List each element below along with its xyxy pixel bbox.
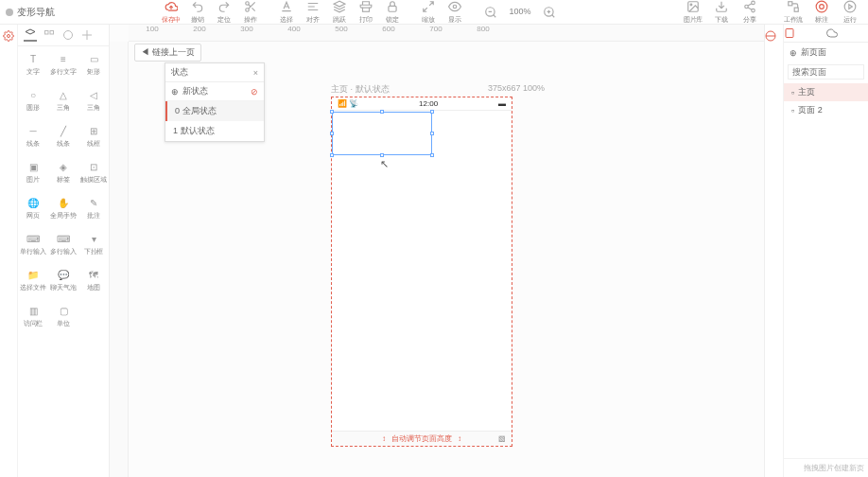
workflow-button[interactable]: 工作流 (781, 0, 806, 25)
component-批注[interactable]: ✎批注 (78, 190, 109, 226)
component-触摸区域[interactable]: ⊡触摸区域 (78, 154, 109, 190)
app-title: 变形导航 (6, 6, 55, 19)
component-地图[interactable]: 🗺地图 (78, 262, 109, 298)
action-button[interactable]: 操作 (238, 0, 263, 25)
component-网页[interactable]: 🌐网页 (18, 190, 48, 226)
svg-point-14 (816, 1, 827, 12)
tab-pages[interactable] (784, 25, 826, 42)
breadcrumb-link[interactable]: ◀ 链接上一页 (134, 44, 201, 62)
component-三角[interactable]: △三角 (48, 82, 78, 118)
component-icon: ◁ (86, 89, 101, 102)
run-button[interactable]: 运行 (838, 0, 862, 25)
component-label: 下拉框 (84, 246, 103, 255)
component-文字[interactable]: T文字 (18, 46, 48, 82)
component-标签[interactable]: ◈标签 (48, 154, 78, 190)
image-lib-button[interactable]: 图片库 (681, 0, 705, 25)
component-icon: ◈ (56, 161, 71, 174)
component-label: 聊天气泡 (50, 282, 76, 291)
status-row[interactable]: 1 默认状态 (165, 121, 264, 141)
redo-button[interactable]: 定位 (212, 0, 236, 25)
component-icon: ⊞ (86, 125, 101, 138)
workflow-icon (787, 0, 800, 13)
component-线条[interactable]: ╱线条 (48, 118, 78, 154)
app-title-text: 变形导航 (17, 6, 55, 19)
component-label: 矩形 (87, 66, 100, 75)
download-button[interactable]: 下载 (709, 0, 734, 25)
component-label: 标签 (57, 174, 70, 183)
component-选择文件[interactable]: 📁选择文件 (18, 262, 48, 298)
phone-statusbar: 📶 📡 12:00 ▬ (332, 97, 512, 111)
page-item[interactable]: ▫页面 2 (784, 101, 868, 119)
component-单位[interactable]: ▢单位 (48, 298, 78, 334)
component-icon: ⌨ (56, 233, 71, 246)
component-label: 文字 (26, 66, 40, 75)
undo-button[interactable]: 撤销 (185, 0, 210, 25)
undo-icon (191, 0, 204, 13)
component-三角[interactable]: ◁三角 (78, 82, 109, 118)
annotate-button[interactable]: 标注 (809, 0, 834, 25)
component-icon: T (26, 53, 41, 66)
svg-point-10 (745, 5, 749, 9)
status-panel-title: 状态 (171, 66, 188, 79)
component-icon: △ (56, 89, 71, 102)
svg-rect-2 (363, 8, 370, 11)
image-icon (686, 0, 700, 13)
new-page-button[interactable]: ⊕新页面 (784, 43, 868, 62)
svg-point-15 (820, 4, 825, 9)
artboard-footer[interactable]: ↕ 自动调节页面高度 ↕ ▧ (332, 431, 512, 446)
link-icon[interactable] (765, 30, 783, 42)
status-row[interactable]: 0 全局状态 (165, 101, 264, 121)
new-status-button[interactable]: ⊕新状态⊘ (165, 82, 264, 101)
component-全局手势[interactable]: ✋全局手势 (48, 190, 78, 226)
zoom-in-button[interactable] (537, 6, 562, 19)
tab-masters[interactable] (61, 28, 75, 42)
svg-point-4 (453, 5, 457, 9)
print-button[interactable]: 打印 (354, 0, 378, 25)
search-input[interactable] (788, 64, 864, 80)
selected-widget[interactable]: ↖ (332, 112, 432, 155)
tab-cloud[interactable] (826, 25, 869, 42)
save-button[interactable]: 保存中 (159, 0, 183, 25)
component-label: 三角 (57, 102, 70, 111)
component-线条[interactable]: ─线条 (18, 118, 48, 154)
picture-icon[interactable]: ▧ (498, 434, 506, 443)
layers-icon (333, 0, 346, 13)
component-图片[interactable]: ▣图片 (18, 154, 48, 190)
component-label: 地图 (87, 282, 100, 291)
display-button[interactable]: 显示 (443, 0, 467, 25)
lock-button[interactable]: 锁定 (380, 0, 405, 25)
component-访问栏[interactable]: ▥访问栏 (18, 298, 48, 334)
plus-circle-icon: ⊕ (171, 87, 179, 97)
align-button[interactable]: 对齐 (301, 0, 325, 25)
artboard[interactable]: 📶 📡 12:00 ▬ ↖ ↕ 自动调节页面高度 ↕ ▧ (331, 97, 512, 447)
component-单行输入[interactable]: ⌨单行输入 (18, 226, 48, 262)
component-矩形[interactable]: ▭矩形 (78, 46, 109, 82)
zoom-button[interactable]: 缩放 (416, 0, 441, 25)
canvas[interactable]: 100200300400500600700800 ◀ 链接上一页 状态× ⊕新状… (110, 25, 764, 477)
resize-handle-icon: ↕ (458, 434, 461, 443)
component-聊天气泡[interactable]: 💬聊天气泡 (48, 262, 78, 298)
tab-icons[interactable] (80, 28, 94, 42)
component-多行文字[interactable]: ≡多行文字 (48, 46, 78, 82)
component-icon: ○ (26, 89, 41, 102)
svg-rect-22 (786, 29, 793, 38)
font-button[interactable]: 选择 (274, 0, 299, 25)
artboard-dimensions: 375x667 100% (488, 83, 545, 93)
close-icon[interactable]: × (253, 68, 258, 78)
component-icon: ✎ (86, 197, 101, 210)
component-圆形[interactable]: ○圆形 (18, 82, 48, 118)
tab-components[interactable] (43, 28, 56, 42)
font-icon (280, 0, 293, 13)
component-下拉框[interactable]: ▾下拉框 (78, 226, 109, 262)
component-多行输入[interactable]: ⌨多行输入 (48, 226, 78, 262)
component-label: 线条 (26, 138, 40, 147)
zoom-value[interactable]: 100% (505, 6, 535, 19)
zoom-out-button[interactable] (478, 6, 503, 19)
share-button[interactable]: 分享 (738, 0, 762, 25)
gear-icon[interactable] (3, 30, 14, 42)
component-icon: 📁 (26, 269, 41, 282)
page-item[interactable]: ▫主页 (784, 83, 868, 101)
tab-widgets[interactable] (24, 28, 37, 42)
arrange-button[interactable]: 跳跃 (327, 0, 352, 25)
component-线框[interactable]: ⊞线框 (78, 118, 109, 154)
